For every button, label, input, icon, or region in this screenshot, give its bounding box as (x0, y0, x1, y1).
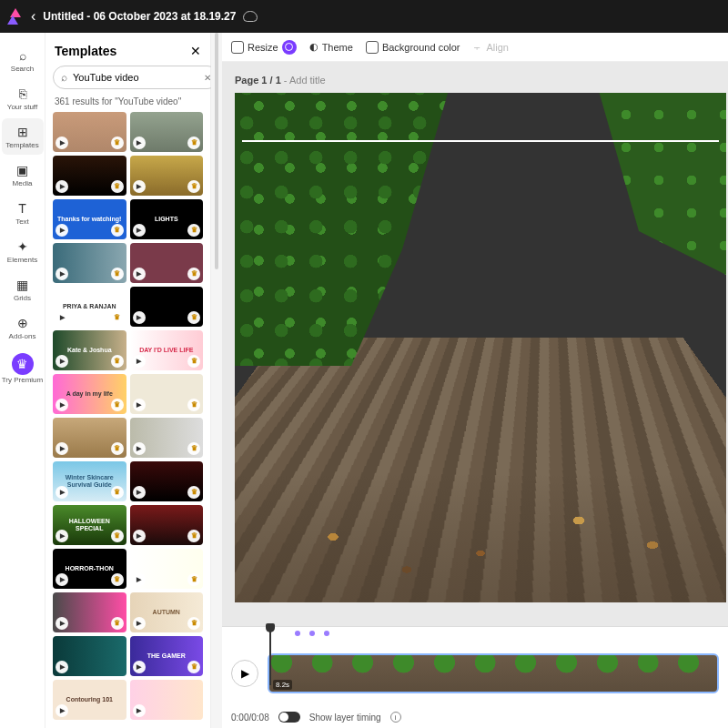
search-icon: ⌕ (61, 71, 67, 84)
search-input[interactable] (73, 72, 198, 83)
play-icon: ▶ (133, 617, 146, 630)
play-button[interactable]: ▶ (231, 660, 258, 687)
template-card[interactable]: PRIYA & RANJAN▶♛ (53, 287, 126, 327)
clip-duration-label: 8.2s (273, 680, 292, 690)
play-icon: ▶ (56, 442, 68, 455)
template-card[interactable]: ▶♛ (53, 112, 126, 152)
rail-media[interactable]: ▣Media (2, 157, 44, 193)
template-card[interactable]: Winter Skincare Survival Guide▶♛ (53, 461, 126, 501)
template-card[interactable]: ▶♛ (130, 505, 204, 545)
time-display: 0:00/0:08 (231, 713, 269, 723)
template-card[interactable]: Thanks for watching!▶♛ (53, 199, 126, 239)
theme-button[interactable]: ◐Theme (309, 41, 353, 53)
resize-button[interactable]: Resize (231, 40, 297, 55)
template-card[interactable]: ▶♛ (130, 418, 204, 458)
template-card[interactable]: ▶♛ (130, 112, 204, 152)
premium-crown-icon: ♛ (111, 573, 124, 586)
canvas-fallen-leaves (235, 439, 726, 602)
layer-timing-label: Show layer timing (309, 713, 381, 723)
premium-crown-icon: ♛ (187, 486, 200, 499)
clip-frame (676, 655, 717, 692)
template-card[interactable]: HALLOWEEN SPECIAL▶♛ (53, 505, 126, 545)
play-icon: ▶ (133, 573, 146, 586)
template-card[interactable]: HORROR-THON▶♛ (53, 549, 126, 589)
back-button[interactable]: ‹ (31, 8, 35, 25)
timeline: ▶ 8.2s 0:00/0:08 Show layer timing i (222, 626, 728, 728)
left-rail: ⌕Search ⎘Your stuff ⊞Templates ▣Media TT… (0, 33, 46, 728)
rail-templates[interactable]: ⊞Templates (2, 118, 44, 155)
play-icon: ▶ (133, 399, 146, 411)
play-icon: ▶ (133, 311, 146, 324)
template-card[interactable]: ▶♛ (130, 287, 204, 327)
premium-crown-icon: ♛ (187, 573, 200, 586)
panel-title: Templates (55, 44, 116, 58)
crown-icon: ♛ (12, 353, 34, 375)
premium-crown-icon: ♛ (111, 136, 124, 149)
template-card[interactable]: AUTUMN▶♛ (130, 592, 204, 632)
play-icon: ▶ (56, 399, 68, 411)
rail-text[interactable]: TText (2, 195, 44, 231)
template-card[interactable]: ▶♛ (130, 243, 204, 283)
video-clip[interactable]: 8.2s (268, 653, 719, 693)
template-card[interactable]: ▶♛ (130, 549, 204, 589)
clip-frame (473, 655, 514, 692)
template-card[interactable]: Kate & Joshua▶♛ (53, 330, 126, 370)
play-icon: ▶ (56, 704, 68, 717)
canvas-foliage-right (544, 93, 726, 302)
template-card[interactable]: ▶ (53, 636, 126, 676)
template-card[interactable]: A day in my life▶♛ (53, 374, 126, 414)
template-card[interactable]: ▶ (130, 680, 204, 720)
play-icon: ▶ (56, 268, 68, 280)
premium-crown-icon: ♛ (111, 355, 124, 368)
templates-panel: Templates ✕ ⌕ ✕ 361 results for "YouTube… (46, 33, 211, 728)
rail-elements[interactable]: ✦Elements (2, 233, 44, 269)
bgcolor-button[interactable]: Background color (366, 41, 460, 54)
template-card[interactable]: ▶♛ (53, 592, 126, 632)
play-icon: ▶ (133, 661, 146, 673)
premium-crown-icon: ♛ (111, 311, 124, 324)
rail-grids[interactable]: ▦Grids (2, 271, 44, 308)
template-card[interactable]: LIGHTS▶♛ (130, 199, 204, 239)
canvas-foliage-left (235, 93, 453, 366)
rail-your-stuff[interactable]: ⎘Your stuff (2, 80, 44, 116)
layer-timing-toggle[interactable] (278, 712, 300, 723)
results-count: 361 results for "YouTube video" (46, 95, 210, 112)
premium-crown-icon: ♛ (187, 268, 200, 280)
playhead[interactable] (269, 627, 271, 685)
cloud-sync-icon[interactable] (243, 11, 258, 22)
media-icon: ▣ (15, 162, 31, 178)
template-card[interactable]: DAY I'D LIVE LIFE▶♛ (130, 330, 204, 370)
clip-frame (636, 655, 677, 692)
document-title: Untitled - 06 October 2023 at 18.19.27 (43, 10, 236, 23)
rail-premium[interactable]: ♛Try Premium (2, 348, 44, 389)
play-icon: ▶ (56, 136, 68, 149)
page-indicator[interactable]: Page 1 / 1 - Add title (235, 75, 728, 86)
premium-crown-icon: ♛ (187, 136, 200, 149)
play-icon: ▶ (56, 617, 68, 630)
folder-icon: ⎘ (15, 86, 31, 102)
canvas[interactable] (235, 93, 726, 602)
close-panel-button[interactable]: ✕ (190, 44, 201, 58)
template-card[interactable]: Contouring 101▶ (53, 680, 126, 720)
play-icon: ▶ (133, 224, 146, 237)
template-card[interactable]: ▶♛ (53, 156, 126, 196)
rail-addons[interactable]: ⊕Add-ons (2, 309, 44, 346)
panel-resize-handle[interactable] (211, 33, 222, 728)
template-card[interactable]: ▶♛ (130, 461, 204, 501)
clip-frame (595, 655, 636, 692)
template-card[interactable]: ▶♛ (130, 374, 204, 414)
template-card[interactable]: ▶♛ (130, 156, 204, 196)
clear-search-button[interactable]: ✕ (204, 73, 211, 83)
play-icon: ▶ (56, 180, 68, 193)
template-search-field[interactable]: ⌕ ✕ (53, 66, 219, 89)
premium-crown-icon: ♛ (111, 180, 124, 193)
search-icon: ⌕ (15, 47, 31, 64)
info-icon[interactable]: i (390, 712, 401, 723)
template-card[interactable]: THE GAMER▶♛ (130, 636, 204, 676)
play-icon: ▶ (133, 268, 146, 280)
rail-search[interactable]: ⌕Search (2, 42, 44, 78)
clip-frame (391, 655, 432, 692)
template-card[interactable]: ▶♛ (53, 418, 126, 458)
clip-frame (350, 655, 391, 692)
template-card[interactable]: ▶♛ (53, 243, 126, 283)
